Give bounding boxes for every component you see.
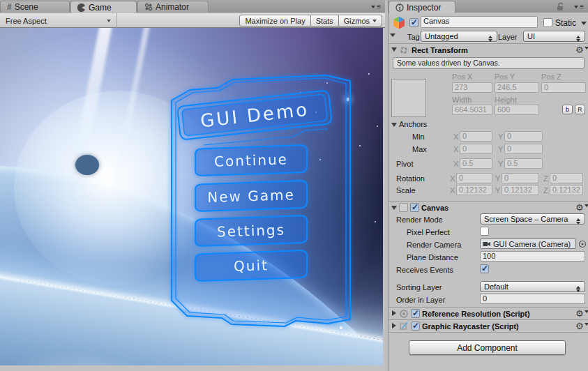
lock-icon[interactable] — [555, 2, 564, 11]
layer-dropdown[interactable]: UI — [523, 31, 585, 42]
popup-arrows-icon — [576, 284, 582, 294]
quit-button[interactable]: Quit — [195, 250, 307, 280]
foldout-icon[interactable] — [392, 323, 396, 328]
maximize-on-play-button[interactable]: Maximize on Play — [239, 15, 310, 26]
tab-scene[interactable]: # Scene — [0, 1, 70, 13]
graphic-raycaster-checkbox[interactable] — [411, 321, 420, 331]
gizmos-button[interactable]: Gizmos — [339, 15, 382, 26]
blueprint-mode-button[interactable]: b — [562, 105, 573, 114]
render-mode-dropdown[interactable]: Screen Space – Camera — [480, 213, 585, 225]
rotation-z-field[interactable]: 0 — [550, 173, 583, 183]
rotation-x-field[interactable]: 0 — [456, 173, 492, 183]
tab-game[interactable]: Game — [70, 1, 137, 13]
gameobject-cube-icon — [391, 15, 407, 31]
inspector-body: Canvas Static Tag Untagged Layer UI Rect… — [389, 13, 588, 371]
x-axis-label: X — [453, 160, 458, 168]
anchor-max-x-field[interactable]: 0 — [460, 144, 492, 154]
rotation-label: Rotation — [396, 174, 425, 183]
pos-x-label: Pos X — [452, 73, 472, 81]
info-icon — [395, 3, 404, 12]
object-picker-icon[interactable] — [578, 240, 587, 248]
y-axis-label: Y — [498, 145, 503, 153]
raw-edit-mode-button[interactable]: R — [575, 105, 585, 114]
sorting-layer-dropdown[interactable]: Default — [480, 281, 585, 292]
new-game-button[interactable]: New Game — [195, 181, 307, 211]
foldout-icon[interactable] — [391, 206, 397, 210]
gizmos-label: Gizmos — [344, 17, 370, 25]
anchor-min-x-field[interactable]: 0 — [460, 131, 492, 142]
sorting-layer-value: Default — [484, 282, 508, 291]
height-field[interactable]: 600 — [495, 105, 539, 115]
anchor-preview-box[interactable] — [391, 79, 426, 117]
anchors-foldout-icon[interactable] — [391, 123, 397, 127]
tab-animator[interactable]: Animator — [137, 1, 209, 13]
sorting-layer-label: Sorting Layer — [396, 283, 442, 292]
rotation-y-field[interactable]: 0 — [502, 173, 539, 183]
driven-warning: Some values driven by Canvas. — [393, 57, 585, 69]
game-pane-menu-icon[interactable]: ≡ — [371, 3, 381, 10]
reference-resolution-icon — [399, 309, 409, 319]
z-axis-label: Z — [543, 174, 548, 183]
tab-inspector[interactable]: Inspector — [389, 1, 455, 13]
pivot-y-field[interactable]: 0.5 — [504, 158, 543, 169]
pos-z-field[interactable]: 0 — [541, 82, 586, 93]
foldout-icon[interactable] — [391, 47, 397, 52]
scale-x-field[interactable]: 0.12132 — [456, 185, 492, 195]
scale-label: Scale — [396, 186, 416, 195]
canvas-enabled-checkbox[interactable] — [410, 203, 419, 212]
inspector-pane-menu-icon[interactable]: ≡ — [574, 3, 584, 10]
scale-z-field[interactable]: 0.12132 — [550, 185, 583, 195]
name-field[interactable]: Canvas — [421, 16, 538, 28]
chevron-down-icon — [372, 20, 377, 24]
static-dropdown-icon[interactable] — [581, 22, 587, 28]
static-checkbox[interactable] — [543, 18, 552, 27]
x-axis-label: X — [450, 186, 455, 195]
reference-resolution-title: Reference Resolution (Script) — [422, 310, 530, 318]
game-toolbar-buttons: Maximize on Play Stats Gizmos — [239, 15, 382, 26]
aspect-label: Free Aspect — [6, 17, 47, 25]
height-label: Height — [495, 96, 517, 104]
render-camera-objectfield[interactable]: GUI Camera (Camera) — [480, 238, 576, 249]
anchor-max-y-field[interactable]: 0 — [504, 144, 543, 154]
pixel-perfect-checkbox[interactable] — [480, 227, 489, 236]
canvas-title: Canvas — [421, 204, 448, 212]
x-axis-label: X — [453, 145, 458, 153]
icon-dropdown-arrow[interactable] — [390, 33, 395, 40]
graphic-raycaster-title: Graphic Raycaster (Script) — [422, 322, 519, 331]
reference-resolution-checkbox[interactable] — [411, 309, 420, 318]
continue-button[interactable]: Continue — [195, 145, 307, 175]
active-checkbox[interactable] — [409, 18, 419, 27]
anchor-min-y-field[interactable]: 0 — [504, 131, 543, 142]
settings-button[interactable]: Settings — [195, 215, 307, 245]
order-in-layer-field[interactable]: 0 — [480, 294, 585, 304]
aspect-dropdown[interactable]: Free Aspect — [0, 13, 117, 28]
y-axis-label: Y — [498, 160, 503, 168]
layer-value: UI — [527, 32, 535, 40]
receives-events-checkbox[interactable] — [480, 264, 489, 273]
foldout-icon[interactable] — [392, 310, 396, 316]
pos-z-label: Pos Z — [541, 73, 561, 81]
gear-icon[interactable]: ⚙ — [575, 203, 588, 212]
gear-icon[interactable]: ⚙ — [575, 45, 588, 54]
pivot-x-field[interactable]: 0.5 — [460, 158, 492, 169]
game-tabstrip: # Scene Game Animator ≡ — [0, 0, 385, 13]
chevron-down-icon — [107, 20, 111, 24]
popup-arrows-icon — [576, 216, 582, 227]
pos-y-field[interactable]: 246.5 — [495, 82, 539, 93]
stats-label: Stats — [316, 17, 333, 25]
y-axis-label: Y — [495, 186, 500, 195]
pivot-label: Pivot — [396, 160, 413, 168]
gear-icon[interactable]: ⚙ — [575, 321, 588, 331]
width-field[interactable]: 664.5031 — [452, 105, 492, 115]
scale-y-field[interactable]: 0.12132 — [502, 185, 539, 195]
pos-x-field[interactable]: 273 — [452, 82, 492, 93]
scene-grid-icon: # — [7, 2, 12, 12]
plane-distance-field[interactable]: 100 — [480, 251, 585, 262]
tag-dropdown[interactable]: Untagged — [421, 31, 497, 42]
render-camera-value: GUI Camera (Camera) — [493, 240, 571, 248]
inspector-tabstrip: Inspector ≡ — [389, 0, 588, 13]
add-component-button[interactable]: Add Component — [409, 340, 566, 355]
gear-icon[interactable]: ⚙ — [575, 309, 588, 318]
stats-button[interactable]: Stats — [311, 15, 339, 26]
game-pane: # Scene Game Animator ≡ — [0, 0, 385, 371]
